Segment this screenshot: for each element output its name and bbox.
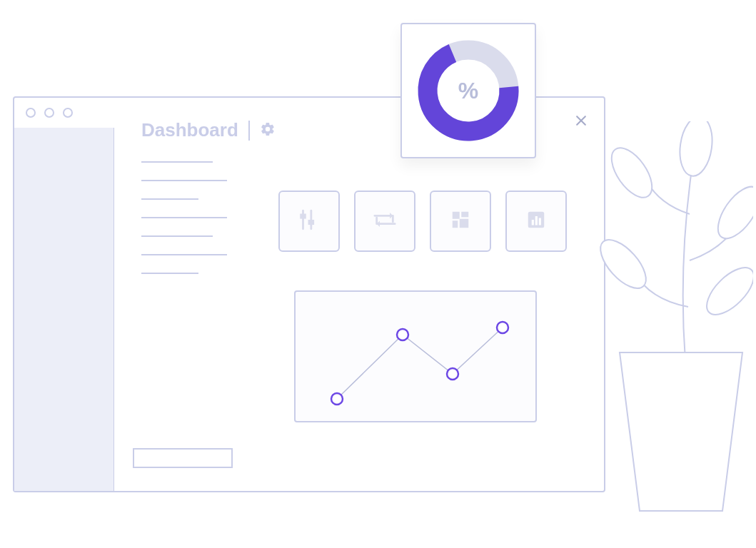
svg-point-17 xyxy=(497,322,508,333)
svg-point-24 xyxy=(699,260,753,323)
svg-rect-13 xyxy=(539,218,541,225)
svg-marker-25 xyxy=(620,352,742,511)
window-control-zoom-icon[interactable] xyxy=(63,108,73,118)
sidebar-item[interactable] xyxy=(141,273,198,274)
donut-card: % xyxy=(400,23,536,158)
tile-chart[interactable] xyxy=(505,191,567,252)
svg-rect-6 xyxy=(453,212,460,219)
sidebar-action-button[interactable] xyxy=(133,448,233,468)
tile-grid[interactable] xyxy=(430,191,491,252)
donut-label: % xyxy=(458,78,478,104)
toolbar-tiles xyxy=(278,191,567,252)
sliders-icon xyxy=(297,208,321,235)
sidebar-item[interactable] xyxy=(141,235,213,237)
svg-rect-11 xyxy=(532,220,534,225)
tile-repeat[interactable] xyxy=(354,191,415,252)
svg-point-14 xyxy=(331,393,343,405)
svg-point-22 xyxy=(710,180,753,245)
close-icon[interactable] xyxy=(574,113,588,131)
svg-point-15 xyxy=(397,329,408,340)
line-chart-icon xyxy=(296,292,538,424)
svg-rect-8 xyxy=(453,220,458,228)
svg-rect-4 xyxy=(301,215,306,218)
page-title: Dashboard xyxy=(141,119,238,141)
plant-pot-icon xyxy=(617,350,745,514)
sidebar-menu xyxy=(141,161,241,274)
line-chart-panel xyxy=(294,290,537,422)
sidebar-item[interactable] xyxy=(141,217,227,218)
svg-rect-5 xyxy=(309,220,313,223)
repeat-icon xyxy=(373,209,397,233)
svg-rect-9 xyxy=(460,219,469,228)
plant-illustration-icon xyxy=(596,121,753,364)
svg-rect-12 xyxy=(535,216,538,225)
svg-point-20 xyxy=(676,121,715,178)
tile-sliders[interactable] xyxy=(278,191,340,252)
sidebar-panel xyxy=(14,128,114,491)
sidebar-item[interactable] xyxy=(141,198,198,200)
svg-point-16 xyxy=(447,368,458,380)
window-control-minimize-icon[interactable] xyxy=(44,108,54,118)
bar-chart-icon xyxy=(525,209,547,233)
window-control-close-icon[interactable] xyxy=(26,108,36,118)
svg-rect-7 xyxy=(461,212,468,218)
sidebar-item[interactable] xyxy=(141,180,227,181)
svg-point-21 xyxy=(604,141,660,204)
gear-icon[interactable] xyxy=(260,121,276,140)
sidebar-item[interactable] xyxy=(141,254,227,255)
sidebar-item[interactable] xyxy=(141,161,213,163)
title-divider xyxy=(248,121,250,141)
grid-icon xyxy=(450,209,471,233)
